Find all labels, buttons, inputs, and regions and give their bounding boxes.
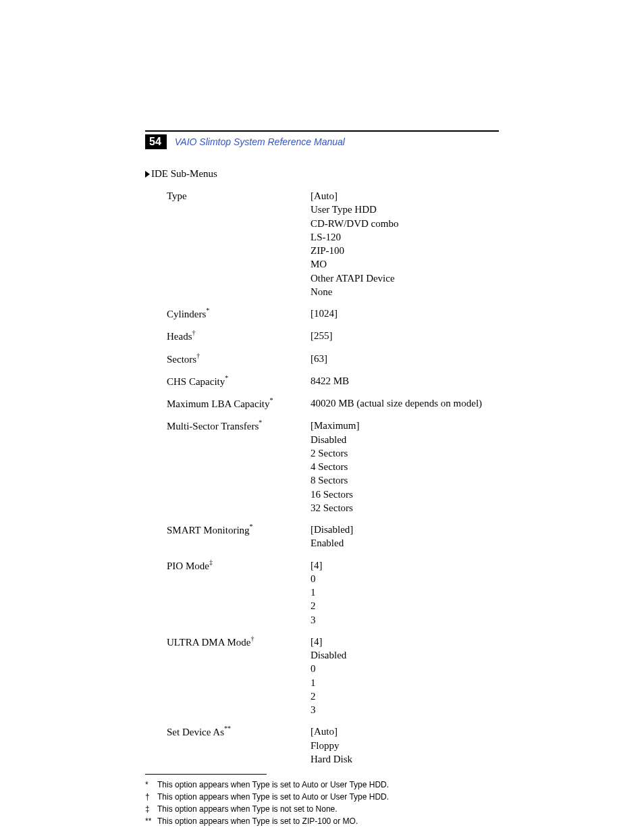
footnote-text: This option appears when Type is not set… — [157, 803, 338, 815]
page-number: 54 — [145, 134, 167, 149]
footnote-marker: † — [192, 329, 196, 336]
table-row: Maximum LBA Capacity*40020 MB (actual si… — [167, 396, 499, 411]
setting-values: [255] — [311, 329, 333, 342]
table-row: Multi-Sector Transfers*[Maximum]Disabled… — [167, 419, 499, 515]
setting-values: [63] — [311, 352, 327, 365]
footnotes: *This option appears when Type is set to… — [145, 779, 499, 827]
setting-value: [255] — [311, 329, 333, 342]
setting-values: [1024] — [311, 307, 338, 320]
setting-value: 2 — [311, 599, 323, 613]
setting-value: Disabled — [311, 433, 360, 446]
setting-label: Maximum LBA Capacity* — [167, 396, 311, 411]
setting-value: [Disabled] — [311, 523, 353, 536]
setting-value: User Type HDD — [311, 203, 398, 216]
setting-label: CHS Capacity* — [167, 374, 311, 388]
footnote: **This option appears when Type is set t… — [145, 815, 499, 827]
section-title: IDE Sub-Menus — [145, 168, 499, 180]
setting-label: SMART Monitoring* — [167, 523, 311, 537]
footnote: ‡This option appears when Type is not se… — [145, 803, 499, 815]
triangle-right-icon — [145, 171, 150, 178]
footnote-marker: * — [250, 523, 253, 530]
setting-value: [4] — [311, 635, 346, 648]
setting-value: [Auto] — [311, 725, 352, 738]
setting-value: Disabled — [311, 648, 346, 662]
footnote-symbol: ‡ — [145, 803, 157, 815]
footnote-marker: ‡ — [209, 558, 213, 566]
footnote-marker: ** — [224, 725, 231, 732]
setting-value: [4] — [311, 558, 323, 572]
table-row: PIO Mode‡[4]0123 — [167, 558, 499, 627]
page-header: 54 VAIO Slimtop System Reference Manual — [145, 134, 499, 149]
setting-value: Floppy — [311, 739, 352, 752]
footnote-text: This option appears when Type is set to … — [157, 791, 389, 803]
setting-value: Hard Disk — [311, 752, 352, 766]
setting-value: None — [311, 285, 398, 298]
setting-values: 40020 MB (actual size depends on model) — [311, 396, 482, 410]
setting-label: PIO Mode‡ — [167, 558, 311, 573]
setting-value: 32 Sectors — [311, 501, 360, 515]
setting-label: Cylinders* — [167, 307, 311, 321]
footnote-symbol: † — [145, 791, 157, 803]
setting-value: 0 — [311, 662, 346, 675]
table-row: Cylinders*[1024] — [167, 307, 499, 321]
setting-values: [Maximum]Disabled2 Sectors4 Sectors8 Sec… — [311, 419, 360, 515]
setting-value: [Maximum] — [311, 419, 360, 432]
setting-values: [Auto]User Type HDDCD-RW/DVD comboLS-120… — [311, 189, 398, 298]
footnote-marker: * — [259, 419, 262, 426]
footnote-marker: † — [250, 635, 254, 642]
setting-label: Type — [167, 189, 311, 203]
setting-values: [4]0123 — [311, 558, 323, 627]
setting-values: [Disabled]Enabled — [311, 523, 353, 550]
setting-value: Other ATAPI Device — [311, 271, 398, 285]
footnote-marker: * — [269, 396, 273, 404]
footnote-divider — [145, 774, 267, 775]
setting-value: 8 Sectors — [311, 473, 360, 487]
footnote-marker: † — [196, 352, 200, 359]
setting-value: 3 — [311, 703, 346, 716]
setting-value: CD-RW/DVD combo — [311, 217, 398, 230]
setting-value: 2 Sectors — [311, 446, 360, 460]
setting-value: 40020 MB (actual size depends on model) — [311, 396, 482, 410]
setting-value: 1 — [311, 676, 346, 689]
setting-value: 3 — [311, 613, 323, 627]
footnote-text: This option appears when Type is set to … — [157, 779, 389, 791]
setting-value: MO — [311, 257, 398, 271]
table-row: Sectors†[63] — [167, 352, 499, 366]
footnote: *This option appears when Type is set to… — [145, 779, 499, 791]
footnote-marker: * — [225, 374, 228, 382]
footnote-symbol: * — [145, 779, 157, 791]
footnote-marker: * — [206, 307, 209, 314]
setting-values: 8422 MB — [311, 374, 349, 388]
setting-value: [63] — [311, 352, 327, 365]
setting-label: Heads† — [167, 329, 311, 343]
setting-value: 8422 MB — [311, 374, 349, 388]
table-row: Heads†[255] — [167, 329, 499, 343]
footnote: †This option appears when Type is set to… — [145, 791, 499, 803]
setting-label: Sectors† — [167, 352, 311, 366]
table-row: SMART Monitoring*[Disabled]Enabled — [167, 523, 499, 550]
footnote-symbol: ** — [145, 815, 157, 827]
setting-value: 16 Sectors — [311, 488, 360, 501]
setting-value: ZIP-100 — [311, 244, 398, 257]
setting-value: [Auto] — [311, 189, 398, 203]
setting-values: [4]Disabled0123 — [311, 635, 346, 717]
setting-value: 1 — [311, 585, 323, 599]
setting-label: Set Device As** — [167, 725, 311, 739]
section-title-text: IDE Sub-Menus — [151, 168, 217, 180]
manual-title: VAIO Slimtop System Reference Manual — [175, 136, 345, 147]
setting-value: 0 — [311, 572, 323, 585]
table-row: CHS Capacity*8422 MB — [167, 374, 499, 388]
setting-label: Multi-Sector Transfers* — [167, 419, 311, 433]
setting-value: [1024] — [311, 307, 338, 320]
table-row: ULTRA DMA Mode†[4]Disabled0123 — [167, 635, 499, 717]
footnote-text: This option appears when Type is set to … — [157, 815, 358, 827]
setting-value: 4 Sectors — [311, 460, 360, 473]
settings-table: Type[Auto]User Type HDDCD-RW/DVD comboLS… — [167, 189, 499, 766]
setting-value: LS-120 — [311, 230, 398, 244]
table-row: Set Device As**[Auto]FloppyHard Disk — [167, 725, 499, 766]
setting-value: Enabled — [311, 536, 353, 550]
setting-label: ULTRA DMA Mode† — [167, 635, 311, 649]
table-row: Type[Auto]User Type HDDCD-RW/DVD comboLS… — [167, 189, 499, 298]
setting-values: [Auto]FloppyHard Disk — [311, 725, 352, 766]
setting-value: 2 — [311, 689, 346, 703]
